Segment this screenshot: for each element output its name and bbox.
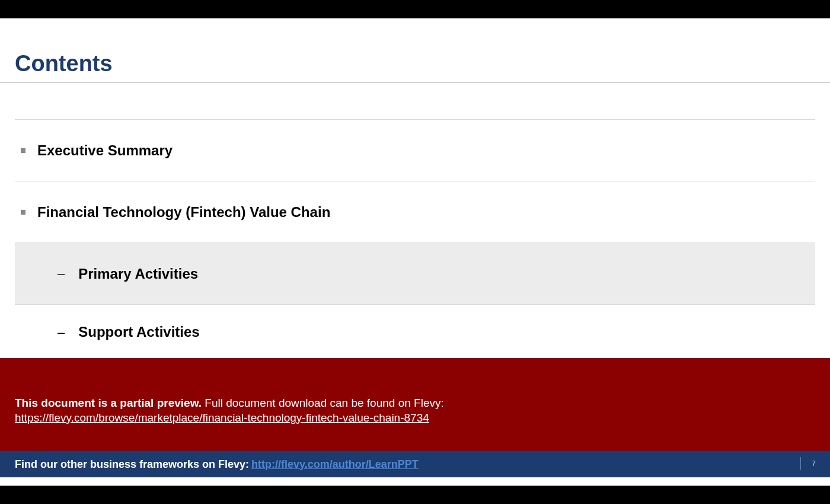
toc-content: Executive Summary Financial Technology (… — [0, 83, 830, 340]
page-number: 7 — [800, 457, 816, 470]
spacer-row — [15, 83, 815, 120]
footer-text: Find our other business frameworks on Fl… — [15, 458, 249, 471]
footer-bar: Find our other business frameworks on Fl… — [0, 451, 830, 477]
dash-bullet-icon: – — [58, 266, 64, 282]
preview-text-line: This document is a partial preview. Full… — [15, 396, 815, 411]
page-title: Contents — [15, 51, 815, 76]
toc-subitem-label: Support Activities — [78, 324, 199, 340]
dash-bullet-icon: – — [58, 325, 64, 340]
slide: Contents Executive Summary Financial Tec… — [0, 18, 830, 486]
toc-subitem-label: Primary Activities — [78, 266, 198, 282]
toc-item-label: Executive Summary — [37, 142, 173, 159]
preview-banner: This document is a partial preview. Full… — [0, 358, 830, 452]
square-bullet-icon — [21, 210, 25, 215]
title-area: Contents — [0, 18, 830, 83]
toc-item-label: Financial Technology (Fintech) Value Cha… — [37, 204, 330, 221]
toc-subitem-primary-activities: – Primary Activities — [15, 243, 815, 305]
toc-item-fintech-value-chain: Financial Technology (Fintech) Value Cha… — [15, 181, 815, 243]
toc-item-executive-summary: Executive Summary — [15, 120, 815, 181]
toc-subitem-support-activities: – Support Activities — [15, 305, 815, 340]
preview-rest-text: Full document download can be found on F… — [202, 397, 444, 409]
square-bullet-icon — [21, 148, 25, 153]
preview-link[interactable]: https://flevy.com/browse/marketplace/fin… — [15, 412, 429, 424]
preview-bold-text: This document is a partial preview. — [15, 397, 202, 409]
footer-link[interactable]: http://flevy.com/author/LearnPPT — [251, 458, 419, 471]
